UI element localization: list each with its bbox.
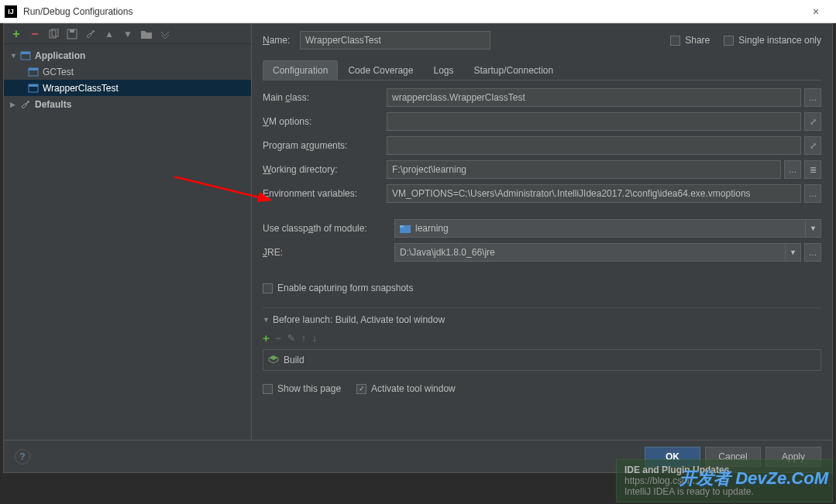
activate-window-checkbox[interactable]: ✓Activate tool window (356, 383, 456, 394)
remove-icon[interactable]: − (29, 28, 41, 40)
config-tabs: Configuration Code Coverage Logs Startup… (263, 60, 821, 81)
program-arguments-label: Program arguments: (263, 140, 387, 151)
application-icon (27, 66, 40, 78)
wrench-icon (19, 98, 32, 111)
close-icon[interactable]: × (800, 5, 831, 18)
application-icon (27, 82, 40, 94)
tree-node-defaults[interactable]: ▶ Defaults (4, 96, 251, 112)
watermark: 开发者 DevZe.CoM (679, 467, 828, 490)
share-checkbox[interactable]: Share (670, 35, 710, 46)
list-icon[interactable]: ≣ (804, 160, 821, 179)
down-icon[interactable]: ▼ (122, 28, 134, 40)
jre-label: JRE: (263, 247, 394, 258)
svg-rect-7 (29, 68, 38, 70)
expand-icon[interactable]: ▶ (10, 101, 19, 108)
tree-node-gctest[interactable]: GCTest (4, 63, 251, 80)
browse-icon[interactable]: … (804, 243, 821, 262)
working-directory-input[interactable] (387, 160, 781, 179)
title-bar: IJ Run/Debug Configurations × (0, 0, 836, 23)
add-icon[interactable]: + (263, 331, 270, 345)
env-variables-label: Environment variables: (263, 188, 387, 199)
working-directory-label: Working directory: (263, 164, 387, 175)
expand-icon[interactable]: ⤢ (804, 136, 821, 155)
svg-rect-11 (400, 225, 404, 228)
snapshots-checkbox[interactable]: Enable capturing form snapshots (263, 283, 821, 293)
window-title: Run/Debug Configurations (23, 6, 800, 17)
help-icon[interactable]: ? (15, 449, 30, 465)
config-tree: ▼ Application GCTest WrapperClassTest ▶ … (4, 44, 251, 440)
chevron-down-icon: ▼ (805, 220, 821, 237)
before-launch-section[interactable]: ▼ Before launch: Build, Activate tool wi… (263, 314, 821, 325)
build-icon (268, 355, 279, 365)
application-icon (19, 50, 32, 62)
name-input[interactable] (300, 31, 490, 50)
edit-icon[interactable]: ✎ (287, 333, 295, 344)
folder-icon[interactable] (140, 28, 153, 40)
up-icon[interactable]: ↑ (301, 333, 306, 344)
show-page-checkbox[interactable]: Show this page (263, 383, 341, 394)
chevron-down-icon: ▼ (263, 316, 270, 324)
config-toolbar: + − ▲ ▼ (4, 24, 251, 44)
single-instance-checkbox[interactable]: Single instance only (724, 35, 821, 46)
browse-icon[interactable]: … (804, 184, 821, 203)
collapse-icon[interactable] (159, 28, 171, 40)
tab-code-coverage[interactable]: Code Coverage (338, 60, 423, 80)
right-panel: Name: Share Single instance only Configu… (252, 24, 832, 440)
chevron-down-icon: ▼ (785, 244, 800, 261)
main-class-label: Main class: (263, 92, 387, 103)
expand-icon[interactable]: ▼ (10, 52, 19, 60)
classpath-select[interactable]: learning ▼ (394, 219, 821, 238)
env-variables-input[interactable] (387, 184, 801, 203)
remove-icon[interactable]: − (276, 333, 281, 344)
add-icon[interactable]: + (10, 28, 22, 40)
expand-icon[interactable]: ⤢ (804, 112, 821, 131)
save-icon[interactable] (66, 28, 78, 40)
svg-rect-9 (29, 84, 38, 87)
app-icon: IJ (5, 5, 17, 18)
copy-icon[interactable] (47, 28, 60, 40)
svg-rect-5 (21, 52, 30, 54)
dialog: + − ▲ ▼ ▼ Application GCTest (3, 23, 833, 473)
module-icon (400, 224, 411, 233)
classpath-label: Use classpath of module: (263, 223, 394, 234)
left-panel: + − ▲ ▼ ▼ Application GCTest (4, 24, 252, 440)
name-label: Name: (263, 35, 300, 46)
main-class-input[interactable] (387, 88, 801, 107)
wrench-icon[interactable] (84, 28, 97, 40)
up-icon[interactable]: ▲ (103, 28, 115, 40)
browse-icon[interactable]: … (804, 88, 821, 107)
vm-options-input[interactable] (387, 112, 801, 131)
before-launch-list[interactable]: Build (263, 349, 821, 371)
browse-icon[interactable]: … (784, 160, 801, 179)
program-arguments-input[interactable] (387, 136, 801, 155)
vm-options-label: VM options: (263, 116, 387, 127)
tree-node-wrapperclasstest[interactable]: WrapperClassTest (4, 80, 251, 96)
svg-rect-3 (70, 29, 74, 33)
tab-startup-connection[interactable]: Startup/Connection (463, 60, 563, 80)
jre-select[interactable]: D:\Java\jdk1.8.0_66\jre ▼ (394, 243, 801, 262)
tab-configuration[interactable]: Configuration (263, 60, 338, 80)
down-icon[interactable]: ↓ (312, 333, 317, 344)
before-launch-toolbar: + − ✎ ↑ ↓ (263, 330, 821, 346)
tab-logs[interactable]: Logs (423, 60, 463, 80)
tree-node-application[interactable]: ▼ Application (4, 47, 251, 63)
